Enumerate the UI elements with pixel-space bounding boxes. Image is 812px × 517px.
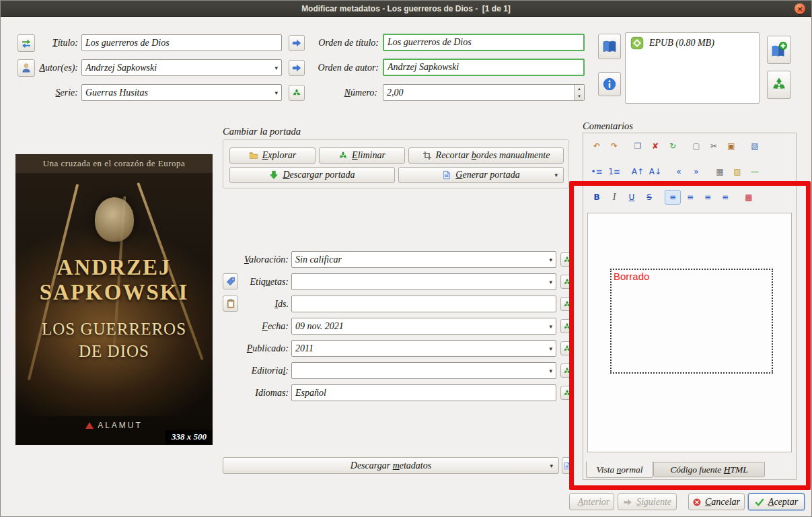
clear-rating-button[interactable] [560,252,573,267]
recycle-icon [563,389,571,397]
paste-icon[interactable]: ▣ [723,139,739,153]
ids-input[interactable] [291,296,556,312]
align-left-icon[interactable]: ≡ [665,190,681,205]
tab-codigo-fuente-html[interactable]: Código fuente HTML [653,462,765,477]
arrow-right-icon [292,38,301,48]
clear-date-button[interactable] [560,319,573,333]
chevron-down-icon: ▾ [274,90,278,96]
clear-series-button[interactable] [289,85,305,101]
clear-formatting-icon[interactable]: ✘ [647,139,663,153]
tab-label: Código fuente HTML [670,464,748,475]
indent-icon[interactable]: » [688,164,704,179]
clean-html-icon[interactable]: ↻ [665,139,681,153]
languages-input[interactable] [291,384,556,401]
italic-icon[interactable]: I [606,190,622,205]
window-title: Modificar metadatos - Los guerreros de D… [301,4,511,13]
spinner-buttons[interactable]: ▴ ▾ [574,85,584,100]
next-button[interactable]: Siguiente [618,493,677,510]
cover-size-badge: 338 x 500 [165,430,213,444]
auto-author-sort-button[interactable] [289,60,305,76]
bold-icon[interactable]: B [589,190,605,205]
published-combo[interactable]: 2011 ▾ [291,340,556,357]
date-combo[interactable]: 09 nov. 2021 ▾ [291,318,556,335]
title-input[interactable] [81,34,282,51]
series-combo[interactable]: Guerras Husitas ▾ [81,84,282,101]
close-button[interactable]: × [795,3,805,14]
tab-vista-normal[interactable]: Vista normal [586,461,653,478]
generate-cover-button[interactable]: Generar portada ▾ [398,167,564,183]
author-value: Andrzej Sapkowski [85,63,157,73]
paste-identifier-button[interactable] [223,296,238,312]
edit-tags-button[interactable] [223,273,238,289]
align-center-icon[interactable]: ≡ [682,190,698,205]
auto-title-sort-button[interactable] [289,35,305,51]
insert-image-icon[interactable]: ▧ [747,139,763,153]
download-metadata-button[interactable]: Descargar metadatos ▾ [223,457,559,474]
accept-button[interactable]: Aceptar [748,493,805,510]
clear-ids-button[interactable] [560,297,573,311]
configure-metadata-download-button[interactable] [562,457,573,474]
comments-editor[interactable]: Borrado [587,213,792,452]
comments-title: Comentarios [583,120,633,132]
remove-cover-label: Eliminar [352,150,385,161]
author-sort-input[interactable] [383,59,585,76]
set-metadata-from-format-button[interactable] [598,34,621,59]
add-format-button[interactable] [767,36,791,64]
underline-icon[interactable]: U [624,190,640,205]
align-justify-icon[interactable]: ≡ [717,190,733,205]
series-number-spinner[interactable]: 2,00 ▴ ▾ [383,84,585,101]
epub-icon [630,36,644,50]
format-item-epub[interactable]: EPUB (0.80 MB) [626,33,759,53]
align-right-icon[interactable]: ≡ [700,190,716,205]
crop-icon [422,151,432,160]
rating-value: Sin calificar [295,254,342,265]
ordered-list-icon[interactable]: 1≡ [606,164,622,179]
cancel-button[interactable]: Cancelar [688,493,745,510]
background-color-icon[interactable]: ▨ [729,164,745,179]
rating-label: Valoración: [224,254,289,265]
rating-combo[interactable]: Sin calificar ▾ [291,251,556,268]
text-color-icon[interactable]: ▩ [741,190,757,205]
select-all-icon[interactable]: ▢ [688,139,704,153]
cover-publisher: ALAMUT [15,421,213,430]
browse-cover-button[interactable]: Explorar [229,147,316,164]
redo-icon[interactable]: ↷ [606,139,622,153]
title-sort-input[interactable] [383,34,585,51]
tags-combo[interactable]: ▾ [291,273,556,290]
clear-published-button[interactable] [560,341,573,355]
copy-icon[interactable]: ❐ [630,139,646,153]
download-cover-label: Descargar portada [283,170,355,180]
remove-format-button[interactable] [767,71,791,99]
clear-publisher-button[interactable] [560,364,573,378]
arrow-right-icon [623,497,632,507]
chevron-down-icon: ▾ [549,345,552,352]
previous-button[interactable]: Anterior [569,493,614,510]
book-cover[interactable]: Una cruzada en el corazón de Europa ANDR… [15,154,213,445]
published-label: Publicado: [224,343,289,354]
folder-icon [249,151,258,160]
spin-down-icon[interactable]: ▾ [575,93,584,101]
strikethrough-icon[interactable]: S [641,190,657,205]
clear-languages-button[interactable] [560,386,573,400]
chevron-down-icon: ▾ [549,323,552,330]
unordered-list-icon[interactable]: •≡ [589,164,605,179]
clear-tags-button[interactable] [560,275,573,289]
insert-hr-icon[interactable]: — [747,164,763,179]
generate-cover-label: Generar portada [455,170,519,180]
insert-table-icon[interactable]: ▦ [712,164,728,179]
publisher-combo[interactable]: ▾ [291,362,556,379]
download-cover-button[interactable]: Descargar portada [229,167,395,183]
outdent-icon[interactable]: « [671,164,687,179]
cut-icon[interactable]: ✂ [706,139,722,153]
spin-up-icon[interactable]: ▴ [575,85,584,93]
tab-label: Vista normal [596,464,642,475]
superscript-icon[interactable]: A↑ [630,164,646,179]
undo-icon[interactable]: ↶ [589,139,605,153]
subscript-icon[interactable]: A↓ [647,164,663,179]
format-label: EPUB (0.80 MB) [649,38,714,48]
remove-cover-button[interactable]: Eliminar [319,147,405,164]
book-info-button[interactable] [598,72,621,96]
author-combo[interactable]: Andrzej Sapkowski ▾ [81,59,282,76]
trim-cover-button[interactable]: Recortar bordes manualmente [408,147,564,164]
series-number-label: Número: [317,88,377,98]
